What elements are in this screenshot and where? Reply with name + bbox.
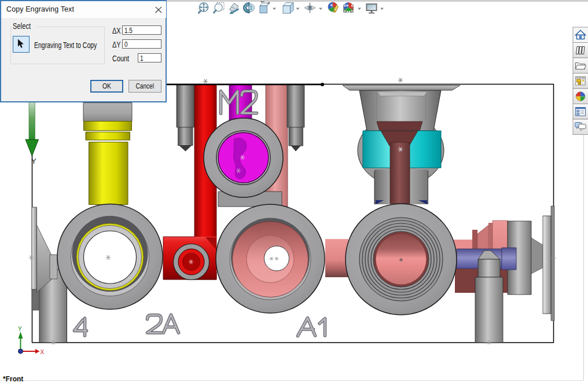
svg-text:X: X [41,349,45,355]
svg-text:*Front: *Front [3,375,23,383]
svg-text:Y: Y [18,326,22,332]
svg-text:Y: Y [31,157,36,166]
